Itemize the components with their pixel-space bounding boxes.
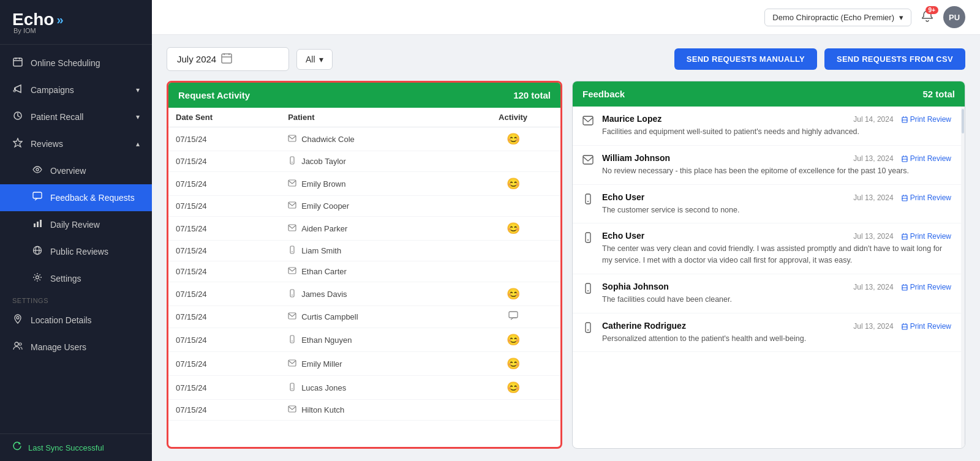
cell-patient: Ethan Carter <box>281 261 466 282</box>
table-row: 07/15/24Emily Cooper <box>168 196 560 217</box>
sidebar-item-campaigns[interactable]: Campaigns ▾ <box>0 77 152 103</box>
svg-rect-41 <box>288 406 296 412</box>
sidebar-item-public-reviews[interactable]: Public Reviews <box>0 238 152 265</box>
print-review-button[interactable]: Print Review <box>901 283 951 291</box>
sidebar-item-online-scheduling[interactable]: Online Scheduling <box>0 50 152 77</box>
scrollbar-thumb <box>962 109 964 133</box>
svg-rect-50 <box>586 194 590 204</box>
feedback-text: No review necessary - this place has bee… <box>602 165 951 177</box>
svg-rect-35 <box>509 312 518 318</box>
notification-button[interactable]: 9+ <box>919 7 936 28</box>
print-review-button[interactable]: Print Review <box>901 193 951 202</box>
feedback-body: Sophia JohnsonJul 13, 2024 Print ReviewT… <box>602 282 951 305</box>
feedback-list[interactable]: Maurice LopezJul 14, 2024 Print ReviewFa… <box>573 107 961 448</box>
sidebar-label-campaigns: Campaigns <box>31 85 74 95</box>
avatar[interactable]: PU <box>943 6 965 28</box>
feedback-item: Echo UserJul 13, 2024 Print ReviewThe cu… <box>573 185 961 224</box>
svg-rect-31 <box>288 268 296 274</box>
chart-icon <box>32 219 43 231</box>
feedback-reviewer-name: Echo User <box>602 192 644 202</box>
print-review-button[interactable]: Print Review <box>901 154 951 163</box>
print-review-button[interactable]: Print Review <box>901 322 951 331</box>
cell-activity: 😊 <box>466 328 560 352</box>
cell-activity: 😊 <box>466 127 560 151</box>
cell-activity <box>466 306 560 328</box>
svg-rect-36 <box>290 335 294 343</box>
phone-icon <box>288 289 296 299</box>
svg-rect-28 <box>288 225 296 231</box>
svg-point-4 <box>13 90 15 92</box>
sidebar-item-manage-users[interactable]: Manage Users <box>0 334 152 361</box>
feedback-title: Feedback <box>582 89 625 99</box>
filter-select[interactable]: All ▾ <box>296 49 333 70</box>
phone-icon <box>288 156 296 167</box>
cell-patient: Ethan Nguyen <box>281 328 466 352</box>
svg-rect-60 <box>586 283 590 293</box>
table-row: 07/15/24Ethan Nguyen😊 <box>168 328 560 352</box>
sidebar-item-settings[interactable]: Settings <box>0 265 152 292</box>
sidebar-item-feedback-requests[interactable]: Feedback & Requests <box>0 184 152 211</box>
sidebar-nav: Online Scheduling Campaigns ▾ Patient Re… <box>0 45 152 433</box>
email-icon <box>288 266 296 277</box>
table-row: 07/15/24Ethan Carter <box>168 261 560 282</box>
patient-name: Ethan Carter <box>301 267 347 276</box>
location-selector[interactable]: Demo Chiropractic (Echo Premier) ▾ <box>764 9 911 26</box>
smiley-icon: 😊 <box>507 334 520 346</box>
svg-rect-55 <box>586 233 590 242</box>
sidebar-label-public-reviews: Public Reviews <box>50 247 108 257</box>
patient-recall-arrow: ▾ <box>136 113 140 121</box>
email-icon <box>288 201 296 211</box>
sidebar-item-daily-review[interactable]: Daily Review <box>0 211 152 238</box>
send-requests-manually-button[interactable]: SEND REQUESTS MANUALLY <box>674 48 817 70</box>
feedback-body: Maurice LopezJul 14, 2024 Print ReviewFa… <box>602 114 951 138</box>
patient-name: James Davis <box>301 290 347 299</box>
svg-rect-0 <box>13 58 22 66</box>
feedback-date: Jul 13, 2024 <box>853 283 893 291</box>
table-row: 07/15/24Hilton Kutch <box>168 400 560 421</box>
settings-icon <box>32 272 43 285</box>
cell-patient: Hilton Kutch <box>281 400 466 421</box>
svg-rect-34 <box>288 313 296 319</box>
svg-rect-43 <box>902 120 907 122</box>
print-review-button[interactable]: Print Review <box>901 115 951 124</box>
feedback-item: Catherine RodriguezJul 13, 2024 Print Re… <box>573 313 961 353</box>
sidebar-item-location-details[interactable]: Location Details <box>0 307 152 334</box>
cell-activity <box>466 196 560 217</box>
cell-date: 07/15/24 <box>168 328 281 352</box>
sidebar-item-overview[interactable]: Overview <box>0 157 152 184</box>
request-activity-total: 120 total <box>513 90 551 100</box>
cell-date: 07/15/24 <box>168 151 281 172</box>
send-requests-csv-button[interactable]: SEND REQUESTS FROM CSV <box>824 48 965 70</box>
feedback-date: Jul 13, 2024 <box>853 322 893 331</box>
smiley-icon: 😊 <box>507 133 520 145</box>
table-row: 07/15/24Emily Brown😊 <box>168 172 560 196</box>
phone-icon <box>288 245 296 256</box>
print-review-button[interactable]: Print Review <box>901 232 951 241</box>
svg-rect-23 <box>288 135 296 141</box>
table-row: 07/15/24Aiden Parker😊 <box>168 217 560 241</box>
col-date-sent: Date Sent <box>168 108 281 127</box>
cell-activity <box>466 241 560 261</box>
reviews-arrow: ▴ <box>136 140 140 148</box>
feedback-reviewer-name: William Johnson <box>602 153 670 163</box>
svg-rect-10 <box>37 222 39 227</box>
logo-sub: By IOM <box>12 27 140 34</box>
cell-activity <box>466 261 560 282</box>
table-row: 07/15/24Jacob Taylor <box>168 151 560 172</box>
sidebar-label-manage-users: Manage Users <box>31 342 86 352</box>
date-picker[interactable]: July 2024 <box>167 47 289 71</box>
svg-rect-38 <box>288 360 296 366</box>
feedback-body: William JohnsonJul 13, 2024 Print Review… <box>602 153 951 177</box>
sidebar-label-feedback-requests: Feedback & Requests <box>50 193 135 203</box>
cell-date: 07/15/24 <box>168 400 281 421</box>
phone-icon <box>582 322 595 345</box>
feedback-body: Catherine RodriguezJul 13, 2024 Print Re… <box>602 321 951 345</box>
cell-activity: 😊 <box>466 217 560 241</box>
cell-patient: Lucas Jones <box>281 376 466 400</box>
cell-activity: 😊 <box>466 282 560 306</box>
sidebar-item-patient-recall[interactable]: Patient Recall ▾ <box>0 103 152 130</box>
sidebar-item-reviews[interactable]: Reviews ▴ <box>0 130 152 157</box>
svg-rect-11 <box>40 220 42 227</box>
request-activity-table-container[interactable]: Date Sent Patient Activity 07/15/24Chadw… <box>168 108 560 447</box>
feedback-reviewer-name: Catherine Rodriguez <box>602 321 686 331</box>
